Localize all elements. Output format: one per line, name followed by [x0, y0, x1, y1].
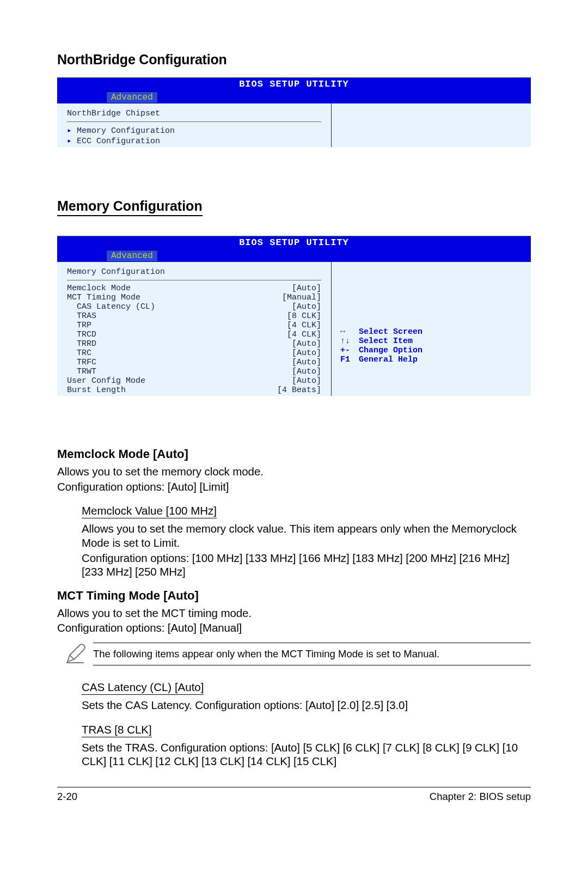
bios-menu-item[interactable]: ECC Configuration: [77, 137, 160, 146]
bios-setting-row[interactable]: TRRD[Auto]: [67, 339, 321, 349]
note-text: The following items appear only when the…: [93, 643, 531, 665]
page-number: 2-20: [57, 791, 77, 803]
bios-tab-advanced: Advanced: [106, 250, 158, 262]
heading-cas-latency: CAS Latency (CL) [Auto]: [82, 681, 204, 695]
heading-memclock-mode: Memclock Mode [Auto]: [57, 447, 531, 461]
bios-help-row: F1General Help: [340, 355, 524, 364]
body-text: Allows you to set the memory clock mode.: [57, 465, 531, 479]
bios-setting-label: TRC: [77, 349, 292, 358]
chapter-title: Chapter 2: BIOS setup: [430, 791, 531, 803]
bios-setting-row[interactable]: TRWT[Auto]: [67, 367, 321, 376]
bios-setting-value: [Auto]: [292, 302, 321, 311]
bios-setting-row[interactable]: Memclock Mode[Auto]: [67, 284, 321, 293]
bios-screenshot-memory-configuration: BIOS SETUP UTILITY Advanced Memory Confi…: [57, 236, 531, 435]
bios-section-header: NorthBridge Chipset: [67, 109, 321, 118]
submenu-arrow-icon: ▸: [67, 125, 77, 136]
bios-setting-value: [Auto]: [292, 367, 321, 376]
bios-menu-item[interactable]: Memory Configuration: [77, 126, 175, 136]
body-text: Allows you to set the memory clock value…: [82, 522, 531, 549]
bios-title: BIOS SETUP UTILITY: [57, 78, 531, 89]
bios-help-key: +-: [340, 346, 359, 355]
body-text: Allows you to set the MCT timing mode.: [57, 606, 531, 620]
bios-setting-row[interactable]: TRFC[Auto]: [67, 358, 321, 367]
bios-title: BIOS SETUP UTILITY: [57, 236, 531, 248]
bios-help-key: F1: [340, 355, 359, 364]
heading-mct-timing: MCT Timing Mode [Auto]: [57, 589, 531, 603]
bios-setting-label: CAS Latency (CL): [77, 302, 292, 311]
bios-setting-row[interactable]: TRP[4 CLK]: [67, 321, 321, 330]
bios-setting-row[interactable]: MCT Timing Mode[Manual]: [67, 293, 321, 302]
bios-setting-value: [8 CLK]: [287, 311, 321, 321]
bios-setting-label: TRP: [77, 321, 287, 330]
heading-northbridge: NorthBridge Configuration: [57, 52, 531, 68]
bios-setting-label: MCT Timing Mode: [67, 293, 282, 302]
bios-setting-row[interactable]: TRC[Auto]: [67, 349, 321, 358]
bios-setting-label: TRFC: [77, 358, 292, 367]
body-text: Sets the TRAS. Configuration options: [A…: [82, 741, 531, 768]
bios-setting-label: TRCD: [77, 330, 287, 339]
bios-screenshot-northbridge: BIOS SETUP UTILITY Advanced NorthBridge …: [57, 77, 531, 186]
body-text: Configuration options: [Auto] [Limit]: [57, 480, 531, 494]
bios-help-row: +-Change Option: [340, 346, 524, 355]
bios-tab-advanced: Advanced: [106, 91, 158, 103]
bios-setting-row[interactable]: Burst Length[4 Beats]: [67, 386, 321, 395]
bios-setting-label: TRAS: [77, 311, 287, 321]
bios-section-header: Memory Configuration: [67, 267, 321, 277]
bios-setting-value: [Auto]: [292, 349, 321, 358]
body-text: Sets the CAS Latency. Configuration opti…: [82, 698, 531, 712]
bios-help-text: General Help: [359, 355, 418, 364]
bios-help-key: ↑↓: [340, 337, 359, 346]
bios-setting-value: [Auto]: [292, 339, 321, 349]
bios-setting-label: TRRD: [77, 339, 292, 349]
bios-setting-row[interactable]: User Config Mode[Auto]: [67, 376, 321, 386]
bios-setting-value: [Auto]: [292, 284, 321, 293]
bios-help-row: ↔Select Screen: [340, 327, 524, 337]
note-pencil-icon: [57, 643, 93, 665]
bios-setting-value: [4 Beats]: [277, 386, 321, 395]
heading-memclock-value: Memclock Value [100 MHz]: [82, 504, 217, 518]
bios-setting-value: [Manual]: [282, 293, 321, 302]
note-box: The following items appear only when the…: [57, 643, 531, 665]
heading-tras: TRAS [8 CLK]: [82, 723, 152, 737]
bios-setting-value: [Auto]: [292, 376, 321, 386]
bios-setting-label: User Config Mode: [67, 376, 292, 386]
bios-setting-label: TRWT: [77, 367, 292, 376]
submenu-arrow-icon: ▸: [67, 136, 77, 146]
body-text: Configuration options: [100 MHz] [133 MH…: [82, 551, 531, 579]
bios-help-text: Select Screen: [359, 327, 422, 337]
bios-help-text: Select Item: [359, 337, 413, 346]
bios-setting-label: Burst Length: [67, 386, 277, 395]
bios-setting-label: Memclock Mode: [67, 284, 292, 293]
bios-setting-row[interactable]: TRAS[8 CLK]: [67, 311, 321, 321]
bios-help-key: ↔: [340, 327, 359, 337]
bios-setting-value: [Auto]: [292, 358, 321, 367]
bios-setting-value: [4 CLK]: [287, 321, 321, 330]
bios-setting-value: [4 CLK]: [287, 330, 321, 339]
page-footer: 2-20 Chapter 2: BIOS setup: [57, 787, 531, 803]
body-text: Configuration options: [Auto] [Manual]: [57, 621, 531, 635]
bios-help-text: Change Option: [359, 346, 422, 355]
heading-memory-configuration: Memory Configuration: [57, 198, 203, 216]
bios-setting-row[interactable]: TRCD[4 CLK]: [67, 330, 321, 339]
bios-setting-row[interactable]: CAS Latency (CL)[Auto]: [67, 302, 321, 311]
bios-help-row: ↑↓Select Item: [340, 337, 524, 346]
